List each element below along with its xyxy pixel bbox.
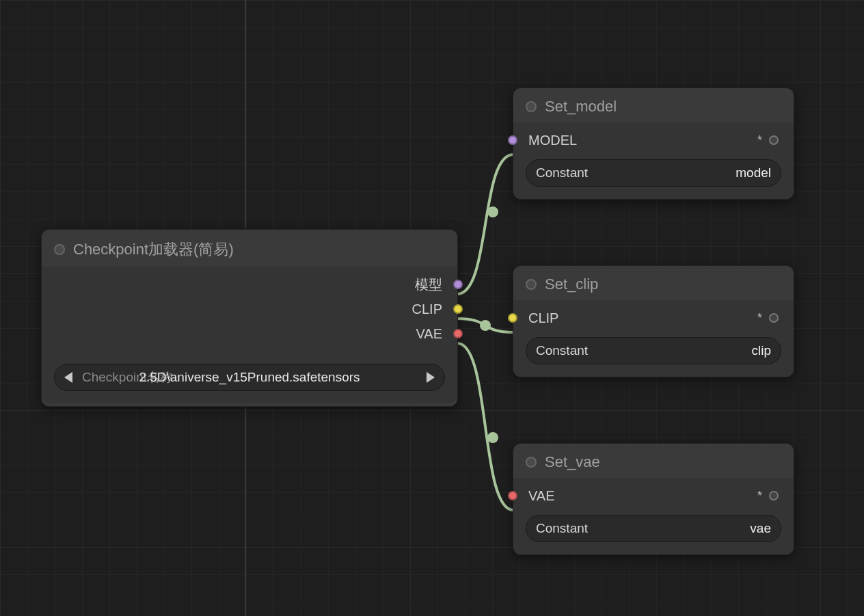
node-title: Set_vae <box>545 453 600 471</box>
port-icon[interactable] <box>508 491 517 500</box>
collapse-icon[interactable] <box>526 279 537 290</box>
node-title: Checkpoint加载器(简易) <box>73 239 234 260</box>
port-icon[interactable] <box>508 313 517 323</box>
port-icon[interactable] <box>453 329 463 338</box>
field-value: vae <box>750 521 771 536</box>
output-wildcard: * <box>757 133 762 148</box>
input-label: MODEL <box>528 133 577 148</box>
input-label: CLIP <box>528 310 558 326</box>
node-header[interactable]: Checkpoint加载器(简易) <box>42 230 457 267</box>
port-icon[interactable] <box>769 135 779 145</box>
output-wildcard: * <box>757 489 762 503</box>
node-checkpoint-loader[interactable]: Checkpoint加载器(简易) 模型 CLIP VAE Checkpoint… <box>41 229 458 407</box>
collapse-icon[interactable] <box>54 244 65 255</box>
port-icon[interactable] <box>769 313 779 323</box>
input-port-clip[interactable]: CLIP * <box>513 306 794 330</box>
output-label: 模型 <box>415 276 442 294</box>
field-value: model <box>735 165 771 180</box>
field-label: Constant <box>536 521 588 536</box>
port-icon[interactable] <box>508 135 517 145</box>
checkpoint-selector[interactable]: Checkpoint名称 2.5D\aniverse_v15Pruned.saf… <box>54 364 445 391</box>
output-label: VAE <box>416 326 442 342</box>
constant-field[interactable]: Constant vae <box>526 515 781 542</box>
node-set-vae[interactable]: Set_vae VAE * Constant vae <box>513 443 794 555</box>
port-icon[interactable] <box>769 491 779 500</box>
field-label: Constant <box>536 165 588 180</box>
node-header[interactable]: Set_clip <box>513 266 794 300</box>
constant-field[interactable]: Constant clip <box>526 337 781 364</box>
field-label: Constant <box>536 343 588 358</box>
collapse-icon[interactable] <box>526 457 537 468</box>
chevron-left-icon[interactable] <box>64 372 72 383</box>
output-port-model[interactable]: 模型 <box>42 272 457 297</box>
output-port-clip[interactable]: CLIP <box>42 297 457 321</box>
collapse-icon[interactable] <box>526 101 537 112</box>
input-port-vae[interactable]: VAE * <box>513 483 794 508</box>
port-icon[interactable] <box>453 280 463 289</box>
node-set-model[interactable]: Set_model MODEL * Constant model <box>513 88 794 200</box>
output-wildcard: * <box>757 311 762 325</box>
input-port-model[interactable]: MODEL * <box>513 128 794 152</box>
output-port-vae[interactable]: VAE <box>42 321 457 346</box>
node-header[interactable]: Set_model <box>513 88 794 122</box>
port-icon[interactable] <box>453 304 463 314</box>
chevron-right-icon[interactable] <box>427 372 435 383</box>
node-title: Set_model <box>545 98 617 116</box>
constant-field[interactable]: Constant model <box>526 159 781 187</box>
field-value: 2.5D\aniverse_v15Pruned.safetensors <box>82 370 417 385</box>
output-label: CLIP <box>412 302 442 317</box>
node-set-clip[interactable]: Set_clip CLIP * Constant clip <box>513 265 794 377</box>
field-value: clip <box>751 343 771 358</box>
input-label: VAE <box>528 488 555 504</box>
node-title: Set_clip <box>545 276 598 293</box>
node-header[interactable]: Set_vae <box>513 444 794 478</box>
